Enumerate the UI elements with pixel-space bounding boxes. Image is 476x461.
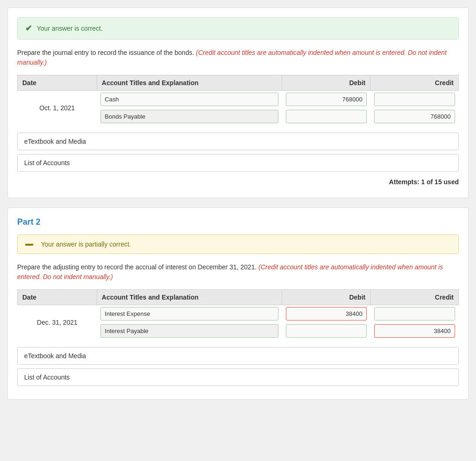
partial-alert: Your answer is partially correct. <box>17 234 459 254</box>
account-input-cash[interactable] <box>100 93 278 106</box>
credit-input-bonds[interactable] <box>374 110 455 123</box>
credit-cell-bonds <box>370 108 459 125</box>
table-row: Dec. 31, 2021 <box>18 305 459 323</box>
minus-icon <box>25 244 33 246</box>
success-message: Your answer is correct. <box>37 25 103 32</box>
credit-cell-interest-expense <box>370 305 459 323</box>
journal-table-part1: Date Account Titles and Explanation Debi… <box>17 75 459 125</box>
col-debit-part1: Debit <box>282 75 370 91</box>
debit-input-bonds[interactable] <box>286 110 367 123</box>
col-credit-part2: Credit <box>370 290 459 305</box>
instruction-plain-part1: Prepare the journal entry to record the … <box>17 49 194 56</box>
account-input-interest-expense[interactable] <box>100 307 278 321</box>
account-cell-interest-expense <box>97 305 282 323</box>
part2-section: Part 2 Your answer is partially correct.… <box>7 207 469 400</box>
date-cell-part2: Dec. 31, 2021 <box>18 305 97 340</box>
list-of-accounts-button-part2[interactable]: List of Accounts <box>17 368 459 386</box>
check-icon: ✔ <box>25 23 32 33</box>
credit-input-interest-expense[interactable] <box>374 307 455 321</box>
success-alert: ✔ Your answer is correct. <box>17 17 459 40</box>
account-cell-interest-payable <box>97 322 282 340</box>
attempts-text-part1: Attempts: 1 of 15 used <box>17 175 459 188</box>
col-account-part1: Account Titles and Explanation <box>97 75 282 91</box>
date-cell-part1: Oct. 1, 2021 <box>18 91 97 126</box>
debit-cell-bonds <box>282 108 370 125</box>
part1-section: ✔ Your answer is correct. Prepare the jo… <box>7 7 469 198</box>
credit-cell-cash <box>370 91 459 108</box>
account-input-bonds[interactable] <box>100 110 278 123</box>
etextbook-button-part1[interactable]: eTextbook and Media <box>17 133 459 150</box>
list-of-accounts-button-part1[interactable]: List of Accounts <box>17 154 459 172</box>
table-row: Oct. 1, 2021 <box>18 91 459 108</box>
instruction-plain-part2: Prepare the adjusting entry to record th… <box>17 263 257 271</box>
instruction-text-part2: Prepare the adjusting entry to record th… <box>17 262 459 282</box>
col-account-part2: Account Titles and Explanation <box>97 290 282 305</box>
credit-input-interest-payable[interactable] <box>374 324 455 338</box>
debit-cell-cash <box>282 91 370 108</box>
col-date-part1: Date <box>18 75 97 91</box>
credit-input-cash[interactable] <box>374 93 455 106</box>
debit-input-interest-expense[interactable] <box>286 307 367 321</box>
col-date-part2: Date <box>18 290 97 305</box>
debit-cell-interest-expense <box>282 305 370 323</box>
part2-title: Part 2 <box>17 217 459 227</box>
account-input-interest-payable[interactable] <box>100 324 278 338</box>
col-debit-part2: Debit <box>282 290 370 305</box>
journal-table-part2: Date Account Titles and Explanation Debi… <box>17 289 459 340</box>
etextbook-button-part2[interactable]: eTextbook and Media <box>17 347 459 365</box>
instruction-text-part1: Prepare the journal entry to record the … <box>17 48 459 67</box>
account-cell-bonds <box>97 108 282 125</box>
debit-cell-interest-payable <box>282 322 370 340</box>
account-cell-cash <box>97 91 282 108</box>
credit-cell-interest-payable <box>370 322 459 340</box>
debit-input-interest-payable[interactable] <box>286 324 367 338</box>
partial-message: Your answer is partially correct. <box>41 241 131 248</box>
col-credit-part1: Credit <box>370 75 459 91</box>
debit-input-cash[interactable] <box>286 93 367 106</box>
